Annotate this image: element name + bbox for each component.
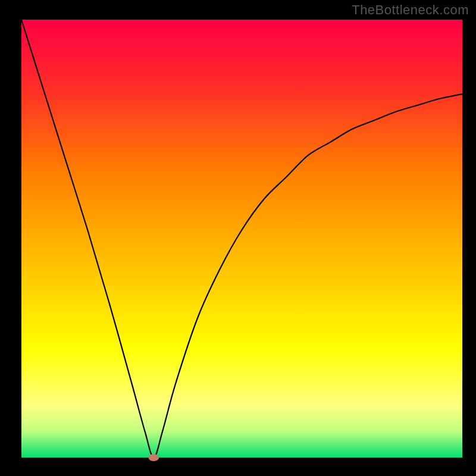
min-marker [148,454,159,461]
watermark-text: TheBottleneck.com [352,2,469,18]
plot-background [21,20,462,458]
chart-frame: TheBottleneck.com [0,0,476,476]
chart-canvas [0,0,476,476]
